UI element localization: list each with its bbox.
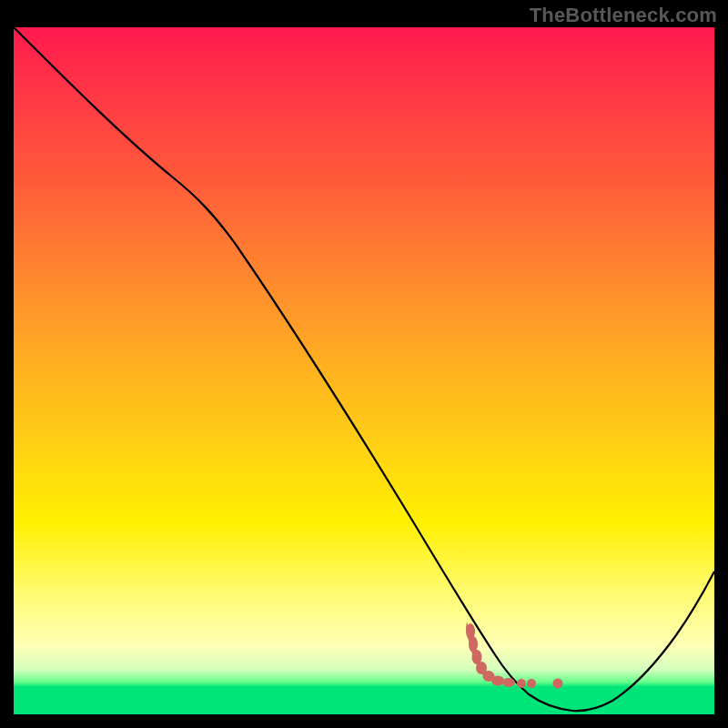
svg-point-6 xyxy=(502,678,515,687)
svg-point-7 xyxy=(517,679,526,688)
chart-svg xyxy=(14,27,714,714)
svg-point-8 xyxy=(527,679,536,688)
chart-frame: TheBottleneck.com xyxy=(0,0,728,728)
svg-point-9 xyxy=(553,679,563,689)
watermark-text: TheBottleneck.com xyxy=(530,4,717,27)
plot-area xyxy=(14,27,714,714)
bottleneck-curve xyxy=(14,27,714,711)
svg-point-5 xyxy=(491,676,504,686)
